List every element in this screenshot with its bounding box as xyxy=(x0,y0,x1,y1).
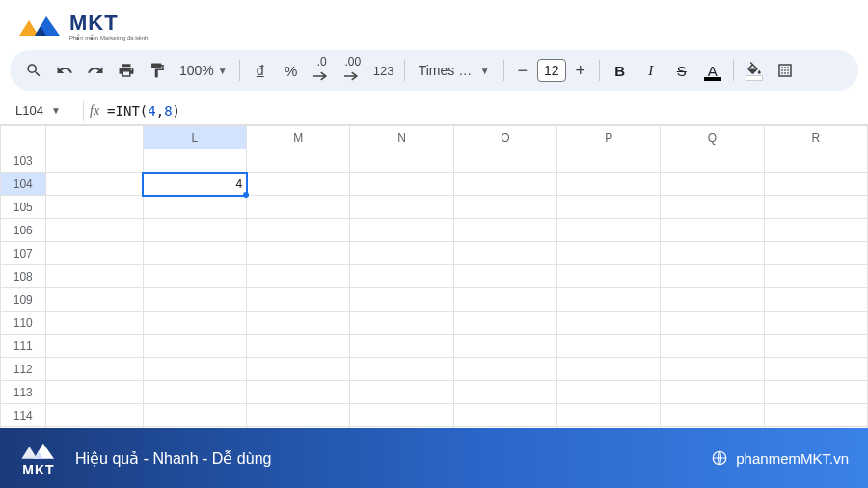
cell[interactable] xyxy=(350,335,453,358)
cell[interactable] xyxy=(661,312,764,335)
cell[interactable] xyxy=(45,242,143,265)
cell[interactable] xyxy=(143,335,246,358)
percent-button[interactable]: % xyxy=(277,56,306,85)
cell[interactable] xyxy=(247,149,350,173)
cell[interactable] xyxy=(453,358,556,381)
cell[interactable] xyxy=(557,288,661,312)
cell[interactable] xyxy=(247,312,350,335)
cell[interactable] xyxy=(764,196,867,219)
cell[interactable] xyxy=(661,288,764,312)
strikethrough-button[interactable]: S xyxy=(667,56,696,85)
cell[interactable] xyxy=(143,381,246,404)
column-header[interactable]: M xyxy=(247,126,350,149)
cell[interactable] xyxy=(45,335,143,358)
redo-icon[interactable] xyxy=(81,56,110,85)
print-icon[interactable] xyxy=(112,56,141,85)
row-header[interactable]: 106 xyxy=(1,219,46,242)
cell[interactable] xyxy=(247,265,350,288)
column-header[interactable]: P xyxy=(557,126,661,149)
cell[interactable] xyxy=(143,312,246,335)
cell[interactable] xyxy=(764,149,867,173)
cell[interactable] xyxy=(764,265,867,288)
cell[interactable] xyxy=(557,335,661,358)
undo-icon[interactable] xyxy=(50,56,79,85)
cell[interactable] xyxy=(453,196,556,219)
cell[interactable] xyxy=(661,149,764,173)
cell[interactable] xyxy=(661,404,764,427)
row-header[interactable]: 109 xyxy=(1,288,46,312)
name-box[interactable]: L104 ▼ xyxy=(10,103,77,118)
cell[interactable]: 4 xyxy=(143,173,246,196)
cell[interactable] xyxy=(661,265,764,288)
cell[interactable] xyxy=(143,219,246,242)
cell[interactable] xyxy=(247,242,350,265)
cell[interactable] xyxy=(764,173,867,196)
cell[interactable] xyxy=(45,312,143,335)
row-header[interactable]: 108 xyxy=(1,265,46,288)
cell[interactable] xyxy=(661,219,764,242)
column-header[interactable]: O xyxy=(453,126,556,149)
cell[interactable] xyxy=(45,404,143,427)
cell[interactable] xyxy=(350,265,453,288)
cell[interactable] xyxy=(45,219,143,242)
decrease-decimal-button[interactable]: .0 xyxy=(308,56,337,85)
cell[interactable] xyxy=(661,381,764,404)
italic-button[interactable]: I xyxy=(637,56,665,85)
cell[interactable] xyxy=(45,149,143,173)
cell[interactable] xyxy=(143,265,246,288)
cell[interactable] xyxy=(557,404,661,427)
cell[interactable] xyxy=(557,265,661,288)
cell[interactable] xyxy=(247,288,350,312)
cell[interactable] xyxy=(764,404,867,427)
cell[interactable] xyxy=(453,381,556,404)
bold-button[interactable]: B xyxy=(606,56,635,85)
cell[interactable] xyxy=(557,173,661,196)
cell[interactable] xyxy=(350,196,453,219)
row-header[interactable]: 112 xyxy=(1,358,46,381)
row-header[interactable]: 105 xyxy=(1,196,46,219)
banner-url[interactable]: phanmemMKT.vn xyxy=(711,449,849,467)
more-formats-button[interactable]: 123 xyxy=(369,56,398,85)
increase-decimal-button[interactable]: .00 xyxy=(339,56,367,85)
currency-button[interactable]: đ xyxy=(246,56,275,85)
cell[interactable] xyxy=(661,173,764,196)
cell[interactable] xyxy=(557,242,661,265)
cell[interactable] xyxy=(557,219,661,242)
cell[interactable] xyxy=(661,358,764,381)
cell[interactable] xyxy=(143,196,246,219)
font-family-dropdown[interactable]: Times …▼ xyxy=(411,63,498,78)
zoom-dropdown[interactable]: 100%▼ xyxy=(174,63,233,78)
row-header[interactable]: 103 xyxy=(1,149,46,173)
column-header[interactable] xyxy=(45,126,143,149)
row-header[interactable]: 111 xyxy=(1,335,46,358)
row-header[interactable]: 104 xyxy=(1,173,46,196)
cell[interactable] xyxy=(45,196,143,219)
cell[interactable] xyxy=(45,381,143,404)
cell[interactable] xyxy=(247,173,350,196)
cell[interactable] xyxy=(661,196,764,219)
spreadsheet-grid[interactable]: L M N O P Q R 10310441051061071081091101… xyxy=(0,125,868,450)
cell[interactable] xyxy=(453,404,556,427)
cell[interactable] xyxy=(247,335,350,358)
borders-button[interactable] xyxy=(771,56,800,85)
cell[interactable] xyxy=(557,358,661,381)
fill-color-button[interactable] xyxy=(740,56,769,85)
cell[interactable] xyxy=(247,381,350,404)
cell[interactable] xyxy=(45,288,143,312)
row-header[interactable]: 107 xyxy=(1,242,46,265)
cell[interactable] xyxy=(350,404,453,427)
text-color-button[interactable]: A xyxy=(698,56,727,85)
cell[interactable] xyxy=(143,242,246,265)
cell[interactable] xyxy=(45,173,143,196)
font-size-input[interactable]: 12 xyxy=(537,59,566,82)
cell[interactable] xyxy=(247,196,350,219)
cell[interactable] xyxy=(350,288,453,312)
cell[interactable] xyxy=(453,288,556,312)
search-icon[interactable] xyxy=(19,56,48,85)
cell[interactable] xyxy=(45,358,143,381)
cell[interactable] xyxy=(764,358,867,381)
cell[interactable] xyxy=(453,149,556,173)
column-header[interactable]: R xyxy=(764,126,867,149)
cell[interactable] xyxy=(143,404,246,427)
cell[interactable] xyxy=(453,265,556,288)
